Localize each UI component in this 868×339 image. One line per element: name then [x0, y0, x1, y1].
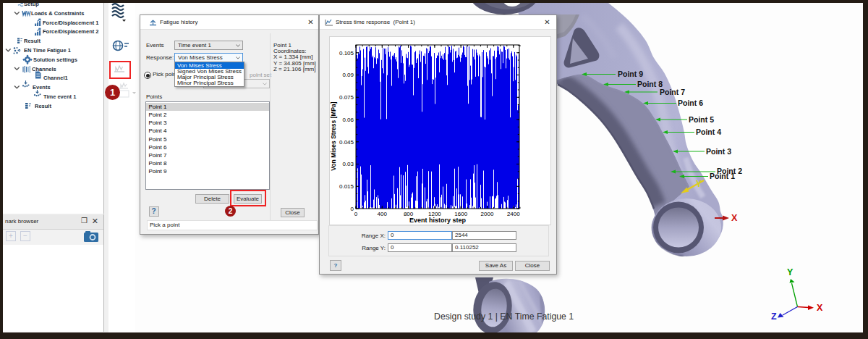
- svg-text:0.075: 0.075: [339, 94, 354, 101]
- svg-text:Event history step: Event history step: [409, 217, 467, 224]
- svg-text:0.03: 0.03: [342, 161, 354, 167]
- svg-text:X: X: [731, 213, 738, 223]
- svg-text:2400: 2400: [507, 211, 520, 217]
- svg-text:2000: 2000: [481, 211, 494, 217]
- svg-text:0.105: 0.105: [339, 50, 354, 56]
- svg-text:0.045: 0.045: [339, 139, 354, 146]
- svg-text:0.09: 0.09: [342, 72, 354, 78]
- svg-text:Y: Y: [696, 179, 702, 189]
- svg-text:Z: Z: [771, 311, 777, 322]
- svg-text:Von Mises Stress [MPa]: Von Mises Stress [MPa]: [330, 101, 337, 170]
- svg-text:400: 400: [378, 211, 388, 217]
- svg-text:0.06: 0.06: [342, 117, 354, 123]
- svg-text:X: X: [817, 303, 823, 313]
- svg-text:0: 0: [354, 211, 358, 217]
- svg-text:0.015: 0.015: [339, 183, 354, 190]
- svg-text:Y: Y: [787, 267, 793, 277]
